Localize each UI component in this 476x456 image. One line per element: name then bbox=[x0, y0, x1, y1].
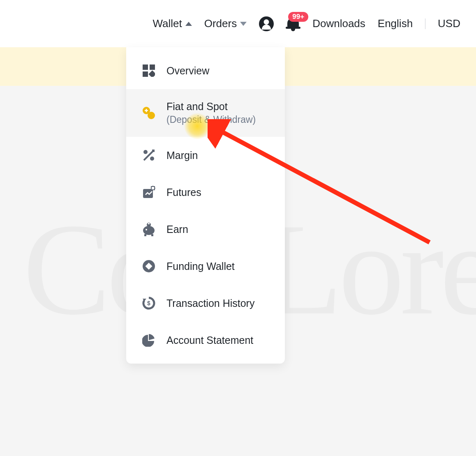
nav-language-label: English bbox=[378, 17, 413, 30]
svg-rect-2 bbox=[143, 71, 148, 77]
nav-wallet-label: Wallet bbox=[153, 17, 182, 30]
svg-rect-13 bbox=[144, 234, 146, 236]
svg-rect-1 bbox=[150, 64, 155, 70]
svg-rect-9 bbox=[151, 187, 155, 190]
nav-currency-label: USD bbox=[438, 17, 460, 30]
svg-rect-12 bbox=[148, 223, 150, 224]
diamond-circle-icon bbox=[142, 259, 156, 273]
svg-text:$: $ bbox=[147, 300, 150, 306]
dropdown-label: Account Statement bbox=[166, 334, 253, 346]
caret-up-icon bbox=[185, 22, 192, 26]
svg-point-6 bbox=[143, 150, 148, 154]
caret-down-icon bbox=[240, 22, 247, 26]
svg-point-7 bbox=[150, 157, 154, 161]
dropdown-label: Funding Wallet bbox=[166, 260, 235, 272]
dropdown-sublabel: (Deposit & Withdraw) bbox=[166, 114, 256, 125]
grid-icon bbox=[142, 64, 156, 78]
header-nav: Wallet Orders 99+ Downloads English USD bbox=[0, 0, 476, 47]
dropdown-label: Margin bbox=[166, 150, 198, 161]
notification-badge: 99+ bbox=[288, 12, 308, 22]
chart-box-icon bbox=[142, 185, 156, 199]
svg-point-10 bbox=[143, 226, 155, 235]
divider bbox=[425, 18, 425, 29]
profile-icon[interactable] bbox=[259, 16, 274, 31]
dropdown-transaction-history[interactable]: $ Transaction History bbox=[126, 285, 285, 322]
dropdown-fiat-spot[interactable]: Fiat and Spot (Deposit & Withdraw) bbox=[126, 89, 285, 137]
dropdown-label: Futures bbox=[166, 187, 201, 198]
dropdown-margin[interactable]: Margin bbox=[126, 137, 285, 174]
dropdown-label: Transaction History bbox=[166, 297, 254, 309]
dropdown-overview[interactable]: Overview bbox=[126, 52, 285, 89]
dropdown-label: Fiat and Spot bbox=[166, 101, 256, 113]
nav-downloads[interactable]: Downloads bbox=[312, 17, 365, 30]
dropdown-label: Earn bbox=[166, 223, 188, 235]
dropdown-earn[interactable]: Earn bbox=[126, 211, 285, 248]
percent-icon bbox=[142, 148, 156, 162]
svg-rect-3 bbox=[148, 70, 155, 77]
dropdown-account-statement[interactable]: Account Statement bbox=[126, 322, 285, 359]
nav-language[interactable]: English bbox=[378, 17, 413, 30]
wallet-dropdown: Overview Fiat and Spot (Deposit & Withdr… bbox=[126, 47, 285, 364]
exchange-icon bbox=[142, 106, 156, 120]
nav-currency[interactable]: USD bbox=[438, 17, 460, 30]
dropdown-futures[interactable]: Futures bbox=[126, 174, 285, 211]
svg-point-15 bbox=[146, 229, 147, 230]
piggy-icon bbox=[142, 222, 156, 236]
dropdown-label: Overview bbox=[166, 65, 209, 77]
dropdown-funding-wallet[interactable]: Funding Wallet bbox=[126, 248, 285, 285]
svg-rect-0 bbox=[143, 64, 148, 70]
nav-downloads-label: Downloads bbox=[312, 17, 365, 30]
nav-orders[interactable]: Orders bbox=[204, 17, 247, 30]
svg-point-5 bbox=[148, 112, 155, 119]
svg-rect-14 bbox=[151, 234, 153, 236]
nav-orders-label: Orders bbox=[204, 17, 237, 30]
history-icon: $ bbox=[142, 296, 156, 310]
pie-icon bbox=[142, 333, 156, 347]
nav-wallet[interactable]: Wallet bbox=[153, 17, 192, 30]
notifications-button[interactable]: 99+ bbox=[286, 17, 300, 31]
